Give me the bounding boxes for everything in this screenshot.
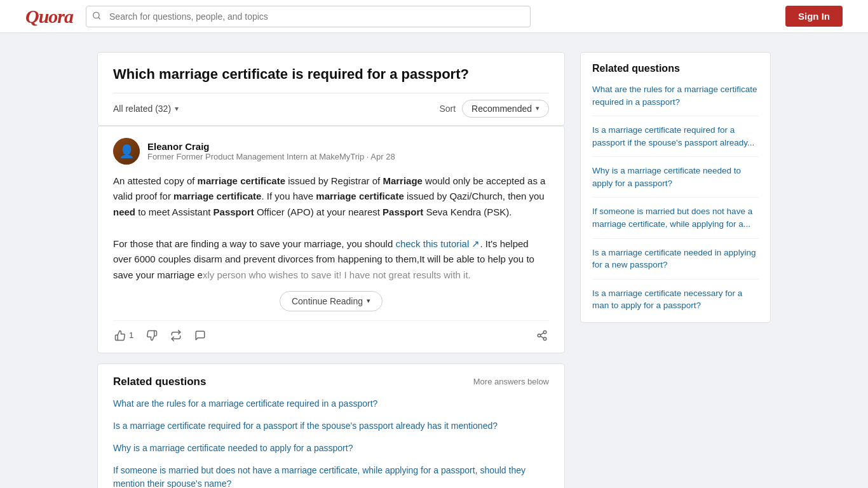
author-info: Eleanor Craig Former Former Product Mana… [147,141,395,161]
quora-logo[interactable]: Quora [25,6,73,27]
comment-button[interactable] [193,327,207,344]
author-name: Eleanor Craig [147,141,395,152]
sidebar-link[interactable]: Is a marriage certificate necessary for … [592,288,742,311]
sort-label: Sort [439,104,456,114]
list-item: Is a marriage certificate required for a… [592,124,759,157]
comment-icon [194,330,206,341]
search-icon [92,11,101,22]
sidebar: Related questions What are the rules for… [580,52,771,323]
continue-reading-button[interactable]: Continue Reading ▾ [280,291,383,311]
answer-body: An attested copy of marriage certificate… [113,173,549,283]
list-item: What are the rules for a marriage certif… [592,83,759,116]
all-related-dropdown[interactable]: All related (32) ▾ [113,104,179,114]
sort-dropdown[interactable]: Recommended ▾ [462,100,549,118]
answer-card: 👤 Eleanor Craig Former Former Product Ma… [97,126,565,353]
related-header: Related questions More answers below [113,376,549,388]
sidebar-link[interactable]: What are the rules for a marriage certif… [592,85,757,107]
more-answers-label: More answers below [473,377,549,386]
sort-area: Sort Recommended ▾ [439,100,549,118]
sidebar-link[interactable]: Is a marriage certificate needed in appl… [592,248,756,270]
list-item: Is a marriage certificate needed in appl… [592,247,759,280]
sidebar-card: Related questions What are the rules for… [580,52,771,323]
related-question-link[interactable]: If someone is married but does not have … [113,465,526,488]
list-item: Why is a marriage certificate needed to … [113,442,549,455]
related-questions-title: Related questions [113,376,206,388]
avatar: 👤 [113,138,140,165]
upvote-icon [114,330,126,341]
filters-bar: All related (32) ▾ Sort Recommended ▾ [113,93,549,125]
share-icon [170,330,182,341]
upvote-count: 1 [129,330,133,340]
svg-line-5 [540,336,543,338]
chevron-down-icon: ▾ [175,104,179,113]
sidebar-link[interactable]: If someone is married but does not have … [592,207,752,229]
sidebar-title: Related questions [592,63,759,74]
svg-line-6 [540,333,543,335]
question-card: Which marriage certificate is required f… [97,52,565,126]
answer-actions: 1 [113,320,549,344]
external-share-button[interactable] [535,327,549,344]
upvote-button[interactable]: 1 [113,327,135,344]
downvote-button[interactable] [145,327,159,344]
author-meta: Former Former Product Management Intern … [147,152,395,161]
related-questions-list: What are the rules for a marriage certif… [113,397,549,488]
sidebar-link[interactable]: Why is a marriage certificate needed to … [592,166,741,188]
all-related-label: All related (32) [113,104,171,114]
search-input[interactable] [86,6,531,27]
avatar-image: 👤 [113,138,140,165]
list-item: If someone is married but does not have … [592,205,759,238]
list-item: Is a marriage certificate required for a… [113,419,549,433]
answer-link[interactable]: check this tutorial ↗ [395,238,480,249]
main-column: Which marriage certificate is required f… [97,52,565,488]
list-item: What are the rules for a marriage certif… [113,397,549,410]
sign-in-button[interactable]: Sign In [785,6,843,27]
continue-reading-wrap: Continue Reading ▾ [113,291,549,311]
list-item: Why is a marriage certificate needed to … [592,165,759,198]
sidebar-links-list: What are the rules for a marriage certif… [592,83,759,312]
sidebar-link[interactable]: Is a marriage certificate required for a… [592,125,754,147]
chevron-down-icon: ▾ [536,104,539,112]
external-share-icon [536,330,548,341]
chevron-down-icon: ▾ [367,297,370,305]
svg-line-1 [98,17,100,19]
page-content: Which marriage certificate is required f… [85,52,783,488]
related-question-link[interactable]: Is a marriage certificate required for a… [113,421,498,431]
header: Quora Sign In [0,0,868,33]
header-right: Sign In [785,6,843,27]
question-title: Which marriage certificate is required f… [113,65,549,84]
downvote-icon [146,330,158,341]
continue-reading-label: Continue Reading [292,296,363,306]
related-question-link[interactable]: What are the rules for a marriage certif… [113,398,377,409]
share-button[interactable] [169,327,183,344]
sort-value: Recommended [471,104,532,114]
related-question-link[interactable]: Why is a marriage certificate needed to … [113,443,353,453]
answer-author: 👤 Eleanor Craig Former Former Product Ma… [113,138,549,165]
list-item: If someone is married but does not have … [113,464,549,488]
list-item: Is a marriage certificate necessary for … [592,287,759,312]
search-bar-container [86,6,531,27]
related-questions-card: Related questions More answers below Wha… [97,363,565,488]
